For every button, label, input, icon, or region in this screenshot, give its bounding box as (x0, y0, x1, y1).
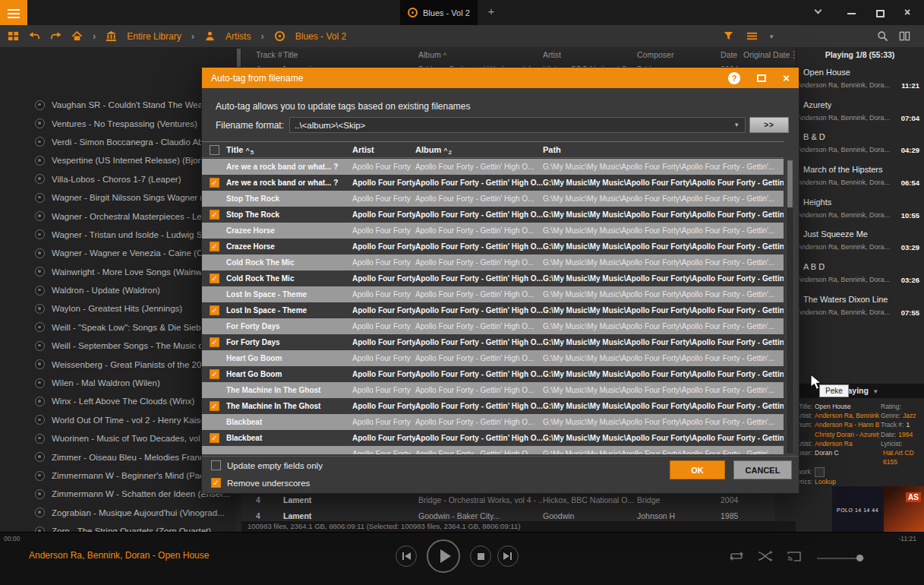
autotag-row[interactable]: Heart Go BoomApollo Four FortyApollo Fou… (202, 350, 784, 366)
row-checkbox[interactable]: ✓ (210, 433, 219, 443)
field-value[interactable]: Anderson Ra (815, 439, 853, 448)
autotag-row[interactable]: Cold Rock The MicApollo Four FortyApollo… (202, 255, 784, 270)
close-button[interactable]: × (896, 0, 919, 25)
home-icon[interactable] (71, 30, 83, 42)
playing-track-item[interactable]: Open HouseAnderson Ra, Bennink, Dora...1… (796, 64, 924, 96)
dialog-maximize-button[interactable] (757, 74, 766, 82)
remove-underscores-option[interactable]: ✓ Remove underscores (211, 478, 310, 488)
autotag-row[interactable]: Crazee HorseApollo Four FortyApollo Four… (202, 223, 784, 239)
breadcrumb-current[interactable]: Blues - Vol 2 (295, 31, 346, 42)
select-all-checkbox[interactable] (210, 145, 219, 155)
row-checkbox[interactable]: ✓ (210, 210, 219, 220)
repeat-button[interactable] (729, 550, 744, 565)
row-checkbox[interactable]: ✓ (210, 242, 219, 251)
new-tab-button[interactable]: + (484, 5, 498, 17)
playing-track-item[interactable]: Just Squeeze MeAnderson Ra, Bennink, Dor… (796, 226, 924, 258)
playing-track-item[interactable]: B & DAnderson Ra, Bennink, Dora...04:29 (796, 128, 924, 161)
dialog-close-button[interactable]: × (783, 72, 790, 84)
column-original-date[interactable]: Original Date (743, 50, 793, 59)
field-value[interactable]: 6155 (883, 457, 897, 466)
undo-icon[interactable] (29, 30, 40, 42)
filename-format-input[interactable] (289, 117, 746, 133)
autotag-row[interactable]: ✓BlackbeatApollo Four FortyApollo Four F… (202, 430, 784, 446)
field-value[interactable]: Jazz (903, 411, 916, 420)
column-path[interactable]: Path (543, 145, 784, 154)
autotag-row[interactable]: The Machine In The GhostApollo Four Fort… (202, 382, 784, 398)
field-value[interactable]: Hat Art CD (883, 448, 914, 457)
breadcrumb-artists[interactable]: Artists (225, 31, 251, 42)
play-button[interactable] (427, 539, 460, 573)
column-title[interactable]: Title^5 (226, 145, 352, 154)
cancel-button[interactable]: CANCEL (733, 460, 792, 479)
autotag-row[interactable]: ✓Stop The RockApollo Four FortyApollo Fo… (202, 207, 784, 223)
maximize-button[interactable] (869, 0, 891, 25)
autotag-row[interactable]: ✓For Forty DaysApollo Four FortyApollo F… (202, 334, 784, 350)
field-value[interactable]: Anderson Ra, Bennink, Doran (815, 411, 879, 420)
playing-header[interactable]: Playing 1/8 (55:33) (796, 47, 924, 62)
autotag-row[interactable]: Stop The RockApollo Four FortyApollo Fou… (202, 191, 784, 207)
row-checkbox[interactable]: ✓ (210, 369, 219, 379)
artwork-thumbnail[interactable] (815, 467, 825, 477)
titlebar-chevron-icon[interactable] (815, 7, 822, 14)
sidebar-album-item[interactable]: Zograbian - Musique Aujourd'hui (Vinogra… (0, 504, 236, 522)
filter-icon[interactable] (723, 30, 734, 42)
field-value[interactable]: Lookup (815, 477, 836, 486)
list-view-icon[interactable] (746, 30, 758, 42)
autotag-row[interactable]: Lost In Space - ThemeApollo Four FortyAp… (202, 286, 784, 302)
row-checkbox[interactable]: ✓ (210, 401, 219, 411)
album-artwork[interactable]: POLO 14 14 44 (832, 486, 884, 532)
view-chevron-icon[interactable]: ▾ (770, 33, 774, 40)
remove-underscores-checkbox[interactable]: ✓ (211, 478, 221, 488)
update-empty-checkbox[interactable] (211, 460, 221, 470)
autotag-row[interactable]: ✓The Machine In The GhostApollo Four For… (202, 398, 784, 414)
breadcrumb-entire-library[interactable]: Entire Library (127, 31, 181, 42)
minimize-button[interactable] (840, 0, 863, 25)
column-artist[interactable]: Artist (543, 50, 637, 59)
autotag-row[interactable]: ✓Cold Rock The MicApollo Four FortyApoll… (202, 270, 784, 286)
row-checkbox[interactable]: ✓ (210, 305, 219, 315)
column-composer[interactable]: Composer (637, 50, 721, 59)
ok-button[interactable]: OK (670, 460, 725, 479)
redo-icon[interactable] (50, 30, 61, 42)
field-value[interactable]: 1994 (898, 430, 913, 439)
queue-grid-icon[interactable] (8, 30, 19, 42)
column-title[interactable]: Title (283, 50, 418, 59)
autotag-row[interactable]: BlackbeatApollo Four FortyApollo Four Fo… (202, 414, 784, 430)
previous-button[interactable] (396, 545, 417, 567)
playing-track-item[interactable]: March of the HipstersAnderson Ra, Bennin… (796, 161, 924, 194)
column-track[interactable]: Track # (256, 50, 283, 59)
autotag-row[interactable]: ✓Lost In Space - ThemeApollo Four FortyA… (202, 302, 784, 318)
update-empty-fields-option[interactable]: Update empty fields only (211, 460, 323, 470)
dialog-titlebar[interactable]: Auto-tag from filename ? × (202, 68, 799, 88)
autotag-row[interactable]: ✓Are we a rock band or what... ?Apollo F… (202, 175, 784, 191)
autotag-row[interactable]: For Forty DaysApollo Four FortyApollo Fo… (202, 318, 784, 334)
dialog-scrollbar-thumb[interactable] (787, 160, 793, 207)
help-button[interactable]: ? (728, 72, 740, 84)
autotag-row[interactable]: Are we a rock band or what... ?Apollo Fo… (202, 159, 784, 175)
row-checkbox[interactable]: ✓ (210, 337, 219, 347)
playing-track-item[interactable]: A B DAnderson Ra, Bennink, Dora...03:26 (796, 258, 924, 291)
column-album[interactable]: Album^2 (415, 145, 543, 154)
chevron-down-icon[interactable]: ▾ (874, 387, 878, 395)
cast-button[interactable] (787, 550, 802, 565)
album-artwork[interactable]: AS (884, 486, 924, 532)
shuffle-button[interactable] (758, 550, 773, 565)
row-checkbox[interactable]: ✓ (210, 274, 219, 283)
search-icon[interactable] (877, 30, 888, 42)
volume-knob[interactable] (856, 555, 863, 561)
playing-track-item[interactable]: The Waters Dixon LineAnderson Ra, Bennin… (796, 291, 924, 324)
stop-button[interactable] (470, 545, 491, 567)
apply-format-button[interactable]: >> (749, 117, 789, 133)
dialog-scrollbar[interactable] (786, 159, 794, 454)
now-playing-caption[interactable]: Anderson Ra, Bennink, Doran - Open House (29, 550, 209, 561)
field-value[interactable]: Anderson Ra - Hann Bennink & (815, 420, 879, 429)
field-value[interactable]: Christy Doran - Azurety (815, 430, 879, 439)
next-button[interactable] (497, 545, 519, 567)
autotag-row[interactable]: Apollo Four FortyApollo Four Forty - Get… (202, 446, 784, 454)
row-checkbox[interactable]: ✓ (210, 178, 219, 188)
library-row[interactable]: 4 Lament Bridge - Orchestral Works, vol … (241, 492, 793, 508)
main-menu-button[interactable] (0, 0, 27, 25)
column-artist[interactable]: Artist (352, 145, 415, 154)
autotag-row[interactable]: ✓Crazee HorseApollo Four FortyApollo Fou… (202, 239, 784, 255)
autotag-row[interactable]: ✓Heart Go BoomApollo Four FortyApollo Fo… (202, 366, 784, 382)
